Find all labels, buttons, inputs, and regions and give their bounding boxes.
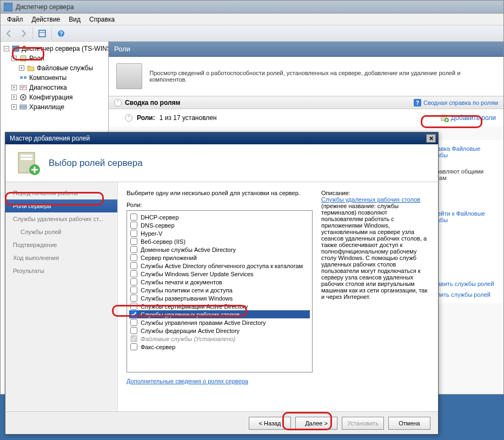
role-item[interactable]: Службы Active Directory облегченного дос… (129, 262, 310, 270)
tree-configuration[interactable]: + Конфигурация (2, 92, 107, 102)
description-link[interactable]: Службы удаленных рабочих столов (321, 196, 420, 203)
nav-confirm[interactable]: Подтверждение (5, 238, 117, 251)
role-item[interactable]: Службы политики сети и доступа (129, 286, 310, 294)
diagnostics-icon (19, 83, 28, 92)
back-button[interactable] (3, 27, 16, 40)
expand-icon[interactable]: + (11, 95, 17, 100)
roles-row: ˅ Роли: 1 из 17 установлен Добавить роли (109, 109, 503, 126)
role-item[interactable]: Службы федерации Active Directory (129, 326, 310, 335)
menu-help[interactable]: Справка (85, 15, 119, 24)
add-roles-link[interactable]: Добавить роли (440, 114, 496, 122)
role-item[interactable]: Hyper-V (129, 229, 310, 237)
expand-icon[interactable]: + (19, 65, 24, 71)
role-checkbox[interactable] (130, 214, 137, 221)
tree-components[interactable]: Компоненты (2, 73, 107, 83)
tree-roles[interactable]: − Роли (2, 54, 107, 63)
tree-storage[interactable]: + Хранилище (2, 102, 107, 112)
role-checkbox[interactable] (130, 230, 137, 237)
svg-rect-4 (12, 46, 19, 51)
role-checkbox[interactable] (130, 246, 137, 253)
role-label: Службы сертификации Active Directory (141, 303, 248, 310)
svg-rect-6 (20, 76, 23, 79)
menu-view[interactable]: Вид (64, 15, 85, 24)
roles-count-label: Роли: (137, 114, 155, 122)
cancel-button[interactable]: Отмена (388, 417, 430, 430)
role-checkbox (130, 335, 137, 342)
nav-role-services[interactable]: Службы ролей (5, 225, 117, 238)
role-checkbox[interactable] (130, 254, 137, 261)
summary-help-link[interactable]: Сводная справка по ролям (423, 99, 498, 106)
install-button[interactable]: Установить (342, 417, 384, 430)
tree-file-services[interactable]: + Файловые службы (2, 63, 107, 73)
collapse-icon[interactable]: − (4, 46, 9, 51)
tree-roles-label: Роли (29, 55, 44, 62)
role-checkbox[interactable] (130, 262, 137, 269)
wizard-icon (15, 150, 41, 176)
role-label: Службы Active Directory облегченного дос… (141, 263, 303, 269)
next-button[interactable]: Далее > (295, 417, 337, 430)
role-item[interactable]: Доменные службы Active Directory (129, 245, 310, 254)
role-checkbox[interactable] (130, 278, 137, 285)
role-label: Службы удаленных рабочих столов (141, 311, 240, 318)
banner-text: Просмотр сведений о работоспособности ро… (150, 70, 496, 83)
role-item[interactable]: Службы печати и документов (129, 278, 310, 286)
nav-rds[interactable]: Службы удаленных рабочих ст... (5, 212, 117, 225)
nav-results[interactable]: Результаты (5, 264, 117, 277)
role-label: DHCP-сервер (141, 214, 179, 221)
menubar: Файл Действие Вид Справка (1, 14, 503, 25)
add-icon (440, 114, 449, 122)
role-checkbox[interactable] (130, 303, 137, 310)
role-item[interactable]: Службы управления правами Active Directo… (129, 318, 310, 326)
role-checkbox[interactable] (130, 327, 137, 334)
nav-server-roles[interactable]: Роли сервера (5, 199, 117, 212)
expand-icon[interactable]: + (11, 104, 17, 110)
role-checkbox[interactable] (130, 238, 137, 245)
server-big-icon (116, 63, 142, 89)
description-label: Описание: (321, 190, 429, 196)
svg-rect-17 (21, 158, 32, 160)
role-item[interactable]: Веб-сервер (IIS) (129, 237, 310, 245)
close-button[interactable]: ✕ (426, 134, 436, 143)
expand-icon[interactable]: + (11, 85, 17, 90)
nav-before-begin[interactable]: Перед началом работы (5, 186, 117, 199)
role-item[interactable]: Службы удаленных рабочих столов (129, 310, 310, 318)
role-item[interactable]: DHCP-сервер (129, 213, 310, 221)
role-item[interactable]: Службы развертывания Windows (129, 294, 310, 302)
role-item[interactable]: Службы сертификации Active Directory (129, 302, 310, 310)
roles-listbox[interactable]: DHCP-серверDNS-серверHyper-VВеб-сервер (… (127, 210, 313, 372)
roles-label: Роли: (127, 202, 313, 208)
svg-rect-7 (24, 76, 26, 79)
tree-diagnostics[interactable]: + Диагностика (2, 83, 107, 92)
role-checkbox[interactable] (130, 286, 137, 294)
role-item[interactable]: Службы Windows Server Update Services (129, 270, 310, 278)
properties-button[interactable] (36, 27, 49, 40)
more-info-link[interactable]: Дополнительные сведения о ролях сервера (127, 378, 313, 384)
nav-progress[interactable]: Ход выполнения (5, 251, 117, 264)
role-item[interactable]: Факс-сервер (129, 343, 310, 351)
role-checkbox[interactable] (130, 222, 137, 229)
role-checkbox[interactable] (130, 343, 137, 350)
collapse-icon[interactable]: − (11, 56, 17, 61)
role-label: Веб-сервер (IIS) (141, 238, 185, 245)
file-services-icon (26, 64, 35, 72)
role-item[interactable]: Сервер приложений (129, 254, 310, 262)
tree-root[interactable]: − Диспетчер сервера (TS-WINSERV (2, 44, 107, 54)
menu-file[interactable]: Файл (3, 15, 28, 24)
wizard-instruction: Выберите одну или несколько ролей для ус… (127, 190, 313, 196)
back-button[interactable]: < Назад (249, 417, 291, 430)
forward-button[interactable] (17, 27, 30, 40)
role-checkbox[interactable] (130, 319, 137, 326)
wizard-title: Мастер добавления ролей (10, 135, 90, 142)
svg-rect-16 (21, 155, 32, 157)
toolbar-separator (51, 28, 52, 39)
role-checkbox[interactable] (130, 311, 137, 318)
chevron-up-icon[interactable]: ˄ (114, 99, 122, 106)
role-item[interactable]: DNS-сервер (129, 221, 310, 229)
chevron-down-icon[interactable]: ˅ (125, 114, 132, 122)
role-checkbox[interactable] (130, 295, 137, 302)
role-checkbox[interactable] (130, 270, 137, 277)
menu-action[interactable]: Действие (28, 15, 65, 24)
help-button[interactable]: ? (55, 27, 68, 40)
wizard-body: Перед началом работы Роли сервера Службы… (5, 182, 438, 411)
role-label: Службы развертывания Windows (141, 295, 233, 302)
